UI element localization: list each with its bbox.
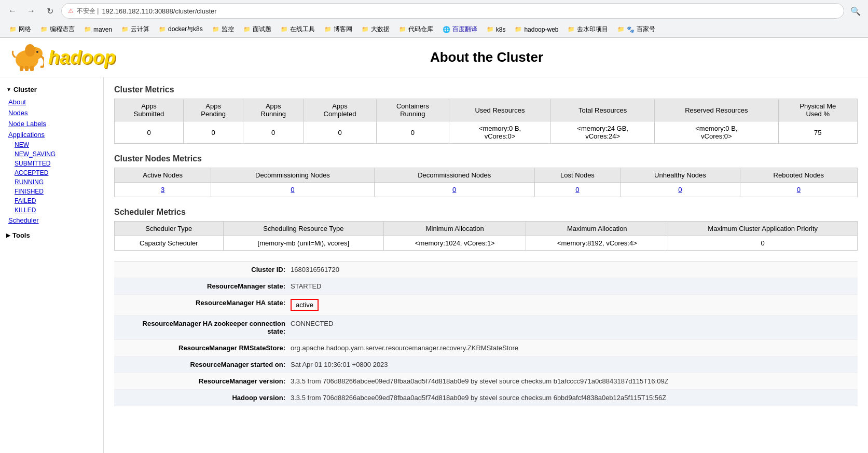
hadoop-logo-elephant (10, 43, 44, 72)
bookmark-博客网[interactable]: 博客网 (320, 23, 356, 35)
bookmarks-bar: 网络 编程语言 maven 云计算 docker与k8s 监控 面试题 在线工具… (0, 22, 868, 37)
rm-version-value: 3.3.5 from 706d88266abcee09ed78fbaa0ad5f… (291, 377, 847, 385)
rm-ha-zk-label: ResourceManager HA zookeeper connections… (125, 320, 291, 335)
search-button[interactable]: 🔍 (848, 4, 863, 18)
sidebar-section-tools: ▶ Tools (0, 228, 103, 242)
max-priority-val: 0 (668, 236, 858, 251)
sidebar-section-cluster: ▼ Cluster About Nodes Node Labels Applic… (0, 83, 103, 226)
col-reserved-resources: Reserved Resources (655, 99, 778, 121)
sidebar-item-new[interactable]: NEW (0, 140, 103, 149)
bookmark-百度翻译[interactable]: 🌐 百度翻译 (438, 23, 481, 35)
back-button[interactable]: ← (5, 4, 20, 18)
bookmark-面试题[interactable]: 面试题 (239, 23, 275, 35)
cluster-triangle-icon: ▼ (6, 87, 11, 92)
main-content: Cluster Metrics AppsSubmitted AppsPendin… (104, 77, 868, 453)
cluster-id-label: Cluster ID: (125, 266, 291, 273)
sidebar: ▼ Cluster About Nodes Node Labels Applic… (0, 77, 104, 453)
bookmark-docker[interactable]: docker与k8s (155, 23, 207, 35)
col-decommissioning: Decommissioning Nodes (211, 168, 374, 183)
sidebar-item-running[interactable]: RUNNING (0, 177, 103, 187)
sidebar-item-scheduler[interactable]: Scheduler (0, 215, 103, 226)
containers-running-val: 0 (376, 121, 449, 144)
sidebar-item-node-labels[interactable]: Node Labels (0, 118, 103, 129)
max-allocation-val: <memory:8192, vCores:4> (526, 236, 668, 251)
bookmark-编程语言[interactable]: 编程语言 (36, 23, 79, 35)
sidebar-item-applications[interactable]: Applications (0, 129, 103, 140)
total-resources-val: <memory:24 GB,vCores:24> (551, 121, 655, 144)
bookmark-监控[interactable]: 监控 (208, 23, 238, 35)
col-apps-submitted: AppsSubmitted (115, 99, 184, 121)
used-resources-val: <memory:0 B,vCores:0> (449, 121, 551, 144)
rm-state-row: ResourceManager state: STARTED (114, 278, 858, 295)
sidebar-item-about[interactable]: About (0, 97, 103, 107)
col-active-nodes: Active Nodes (115, 168, 211, 183)
nodes-metrics-table: Active Nodes Decommissioning Nodes Decom… (114, 168, 858, 197)
forward-button[interactable]: → (24, 4, 38, 18)
rm-ha-state-row: ResourceManager HA state: active (114, 295, 858, 315)
bookmark-在线工具[interactable]: 在线工具 (277, 23, 319, 35)
active-nodes-val[interactable]: 3 (115, 183, 211, 197)
col-apps-running: AppsRunning (243, 99, 304, 121)
nodes-metrics-row: 3 0 0 0 0 0 (115, 183, 858, 197)
app-container: hadoop About the Cluster ▼ Cluster About… (0, 38, 868, 453)
bookmark-maven[interactable]: maven (80, 24, 116, 35)
svg-rect-4 (20, 66, 23, 71)
cluster-metrics-title: Cluster Metrics (114, 85, 858, 94)
reload-button[interactable]: ↻ (43, 4, 57, 18)
hadoop-version-label: Hadoop version: (125, 394, 291, 402)
apps-submitted-val: 0 (115, 121, 184, 144)
bookmark-百家号[interactable]: 🐾 百家号 (613, 23, 659, 35)
col-unhealthy-nodes: Unhealthy Nodes (621, 168, 740, 183)
sidebar-item-submitted[interactable]: SUBMITTED (0, 159, 103, 168)
rebooted-nodes-val[interactable]: 0 (740, 183, 857, 197)
bookmark-代码仓库[interactable]: 代码仓库 (395, 23, 437, 35)
rm-state-label: ResourceManager state: (125, 282, 291, 290)
bookmark-去水印[interactable]: 去水印项目 (563, 23, 612, 35)
bookmark-云计算[interactable]: 云计算 (117, 23, 154, 35)
rm-version-row: ResourceManager version: 3.3.5 from 706d… (114, 373, 858, 390)
sidebar-item-killed[interactable]: KILLED (0, 205, 103, 215)
sidebar-item-accepted[interactable]: ACCEPTED (0, 168, 103, 177)
cluster-info-section: Cluster ID: 1680316561720 ResourceManage… (114, 261, 858, 406)
bookmark-网络[interactable]: 网络 (5, 23, 35, 35)
scheduler-type-val: Capacity Scheduler (115, 236, 224, 251)
content-area: ▼ Cluster About Nodes Node Labels Applic… (0, 77, 868, 453)
bookmark-大数据[interactable]: 大数据 (357, 23, 394, 35)
col-rebooted-nodes: Rebooted Nodes (740, 168, 857, 183)
decommissioned-val[interactable]: 0 (374, 183, 534, 197)
scheduler-metrics-row: Capacity Scheduler [memory-mb (unit=Mi),… (115, 236, 858, 251)
hadoop-logo: hadoop (10, 43, 116, 72)
bookmark-hadoop-web[interactable]: hadoop-web (511, 24, 562, 35)
sidebar-item-failed[interactable]: FAILED (0, 196, 103, 205)
col-apps-completed: AppsCompleted (304, 99, 376, 121)
sidebar-tools-header[interactable]: ▶ Tools (0, 228, 103, 242)
svg-point-2 (25, 44, 35, 57)
rm-started-row: ResourceManager started on: Sat Apr 01 1… (114, 356, 858, 373)
lost-nodes-val[interactable]: 0 (534, 183, 621, 197)
sidebar-item-nodes[interactable]: Nodes (0, 107, 103, 118)
decommissioning-val[interactable]: 0 (211, 183, 374, 197)
col-total-resources: Total Resources (551, 99, 655, 121)
unhealthy-nodes-val[interactable]: 0 (621, 183, 740, 197)
sidebar-item-finished[interactable]: FINISHED (0, 187, 103, 196)
col-physical-mem: Physical MeUsed % (778, 99, 857, 121)
bookmark-k8s[interactable]: k8s (483, 24, 510, 35)
url-prefix: 不安全 | (77, 7, 99, 16)
browser-chrome: ← → ↻ ⚠ 不安全 | 192.168.182.110:30888/clus… (0, 0, 868, 38)
hadoop-version-row: Hadoop version: 3.3.5 from 706d88266abce… (114, 390, 858, 406)
cluster-id-value: 1680316561720 (291, 266, 847, 273)
hadoop-logo-text: hadoop (48, 47, 116, 68)
hadoop-version-value: 3.3.5 from 706d88266abcee09ed78fbaa0ad5f… (291, 394, 847, 402)
apps-running-val: 0 (243, 121, 304, 144)
resource-type-val: [memory-mb (unit=Mi), vcores] (223, 236, 384, 251)
rm-ha-state-label: ResourceManager HA state: (125, 299, 291, 307)
sidebar-cluster-header[interactable]: ▼ Cluster (0, 83, 103, 97)
col-max-priority: Maximum Cluster Application Priority (668, 222, 858, 236)
browser-toolbar: ← → ↻ ⚠ 不安全 | 192.168.182.110:30888/clus… (0, 0, 868, 22)
sidebar-item-new-saving[interactable]: NEW_SAVING (0, 149, 103, 159)
reserved-resources-val: <memory:0 B,vCores:0> (655, 121, 778, 144)
address-bar[interactable]: ⚠ 不安全 | 192.168.182.110:30888/cluster/cl… (61, 3, 844, 19)
physical-mem-val: 75 (778, 121, 857, 144)
scheduler-metrics-title: Scheduler Metrics (114, 208, 858, 217)
col-max-allocation: Maximum Allocation (526, 222, 668, 236)
